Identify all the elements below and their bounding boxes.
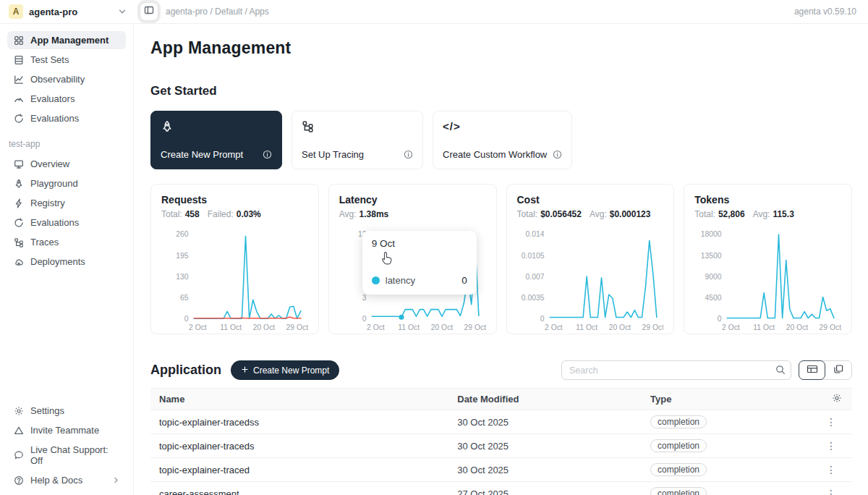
app-date: 27 Oct 2025 [448,488,642,495]
column-header-name[interactable]: Name [150,394,448,405]
plus-icon [241,365,249,376]
sidebar-toggle-button[interactable] [140,2,158,21]
svg-text:0: 0 [718,315,722,323]
lightning-icon [13,198,24,208]
app-name: topic-explainer-tracedss [150,417,448,428]
sidebar-item-test-sets[interactable]: Test Sets [7,51,126,69]
sidebar-item-label: Invite Teammate [30,425,99,436]
sidebar-item-help-docs[interactable]: Help & Docs [7,471,126,489]
grid-icon [13,35,24,46]
row-menu-button[interactable]: ⋮ [810,464,852,475]
svg-text:11 Oct: 11 Oct [398,323,420,331]
sidebar-item-evaluations-app[interactable]: Evaluations [7,213,126,232]
table-row[interactable]: topic-explainer-traced 30 Oct 2025 compl… [150,458,852,482]
sidebar-item-deployments[interactable]: Deployments [7,253,126,271]
tooltip-date: 9 Oct [372,238,467,249]
create-new-prompt-button[interactable]: Create New Prompt [231,360,339,380]
row-menu-button[interactable]: ⋮ [810,488,852,495]
search-input[interactable] [561,360,791,380]
sidebar-item-observability[interactable]: Observability [7,70,126,88]
svg-text:0: 0 [184,315,189,323]
create-new-prompt-card[interactable]: Create New Prompt [150,111,282,169]
topbar: A agenta-pro agenta-pro / Default / Apps… [0,0,868,24]
svg-text:0.0105: 0.0105 [521,252,544,260]
refresh-circle-icon [13,218,24,228]
breadcrumb[interactable]: agenta-pro / Default / Apps [166,7,269,17]
svg-text:65: 65 [180,294,189,302]
sidebar-item-overview[interactable]: Overview [7,155,126,173]
sidebar-item-app-management[interactable]: App Management [7,31,126,49]
svg-text:20 Oct: 20 Oct [253,323,276,331]
table-row[interactable]: topic-explainer-traceds 30 Oct 2025 comp… [150,434,852,458]
tooltip-series: latency [386,275,456,286]
stat-value: $0.000123 [610,209,651,219]
row-menu-button[interactable]: ⋮ [810,440,852,452]
stat-value: 1.38ms [359,209,389,219]
app-date: 30 Oct 2025 [448,465,642,475]
info-icon[interactable] [553,150,562,159]
invite-icon [13,426,24,436]
column-header-type[interactable]: Type [642,394,810,405]
stat-value: $0.056452 [540,209,582,219]
panel-left-icon [144,5,154,18]
chevron-down-icon [118,7,127,16]
svg-text:2 Oct: 2 Oct [189,323,207,331]
app-name: topic-explainer-traced [150,465,448,475]
stat-title: Tokens [694,194,841,206]
stat-value: 0.03% [237,209,261,219]
tokens-card: Tokens Total:52,806 Avg:115.3 1800013500… [684,184,852,334]
sidebar-item-label: Deployments [30,256,85,267]
svg-text:2 Oct: 2 Oct [545,323,563,331]
set-up-tracing-card[interactable]: Set Up Tracing [292,111,423,169]
main-content: App Management Get Started Create New Pr… [134,24,868,495]
latency-card: Latency Avg:1.38ms 1296302 Oct11 Oct20 O… [328,184,497,334]
sidebar-item-label: Live Chat Support: Off [30,444,120,466]
sidebar-item-evaluators[interactable]: Evaluators [7,90,126,108]
svg-text:29 Oct: 29 Oct [464,323,485,331]
card-view-button[interactable] [825,361,851,379]
column-header-date[interactable]: Date Modified [448,394,642,405]
svg-text:0.014: 0.014 [525,231,544,239]
requests-chart[interactable]: 2601951306502 Oct11 Oct20 Oct29 Oct [161,228,308,339]
table-view-icon [807,364,818,377]
svg-text:260: 260 [176,231,188,239]
sidebar-item-label: Evaluations [30,217,79,228]
tooltip-value: 0 [461,275,467,286]
card-view-icon [833,364,843,377]
refresh-circle-icon [13,114,24,124]
sidebar-section-label: test-app [9,139,126,149]
stat-value: 458 [185,209,200,219]
svg-text:20 Oct: 20 Oct [786,323,809,331]
stat-title: Latency [339,194,486,206]
sidebar-item-invite-teammate[interactable]: Invite Teammate [7,421,126,439]
rocket-icon [161,120,272,133]
create-custom-workflow-card[interactable]: </> Create Custom Workflow [433,111,572,169]
app-date: 30 Oct 2025 [448,441,642,452]
table-row[interactable]: topic-explainer-tracedss 30 Oct 2025 com… [150,410,852,434]
column-settings-button[interactable] [810,393,852,405]
sidebar-item-live-chat[interactable]: Live Chat Support: Off [7,441,126,470]
svg-text:0.0035: 0.0035 [521,294,544,302]
svg-text:2 Oct: 2 Oct [367,323,385,331]
table-row[interactable]: career-assessment 27 Oct 2025 completion… [150,482,852,495]
info-icon[interactable] [263,150,272,159]
page-title: App Management [150,38,852,58]
app-version: agenta v0.59.10 [794,7,868,17]
sidebar-item-traces[interactable]: Traces [7,233,126,251]
sidebar-item-settings[interactable]: Settings [7,402,126,420]
sidebar-item-label: Evaluations [30,113,79,124]
monitor-icon [13,159,24,169]
row-menu-button[interactable]: ⋮ [810,416,852,428]
rocket-icon [13,179,24,189]
svg-text:13500: 13500 [701,252,722,260]
type-badge: completion [650,463,707,476]
sidebar-item-playground[interactable]: Playground [7,174,126,192]
info-icon[interactable] [404,150,413,159]
sidebar-item-registry[interactable]: Registry [7,194,126,212]
table-view-button[interactable] [799,360,825,380]
trace-tree-icon [13,237,24,248]
cost-chart[interactable]: 0.0140.01050.0070.003502 Oct11 Oct20 Oct… [517,228,664,339]
tokens-chart[interactable]: 18000135009000450002 Oct11 Oct20 Oct29 O… [694,228,841,339]
workspace-selector[interactable]: A agenta-pro [0,0,134,23]
sidebar-item-evaluations[interactable]: Evaluations [7,109,126,127]
